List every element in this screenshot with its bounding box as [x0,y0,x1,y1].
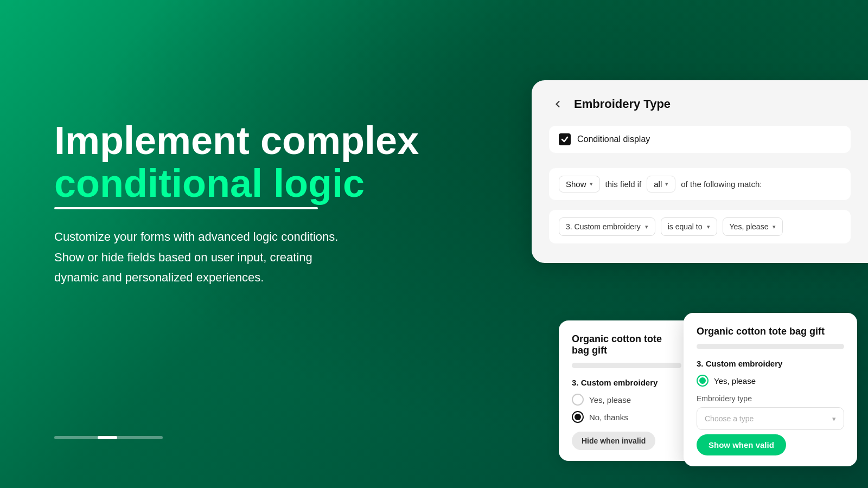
radio-label-1: Yes, please [589,395,631,404]
subtext: Customize your forms with advanced logic… [54,227,419,287]
embroidery-type-label: Embroidery type [697,394,844,403]
card-right-product-title: Organic cotton tote bag gift [697,326,844,337]
conditional-checkbox[interactable] [559,133,571,145]
show-select[interactable]: Show ▾ [559,176,600,192]
subtext-line3: dynamic and personalized experiences. [54,267,419,287]
show-label: Show [566,179,586,189]
card-left-input-bar [572,363,681,368]
headline-line2: conditional logic [54,162,365,205]
radio-outer-green-1 [697,375,709,387]
card-right-option1: Yes, please [697,375,844,387]
headline-line1: Implement complex [54,119,419,162]
show-chevron: ▾ [590,181,593,188]
all-label: all [654,179,662,189]
hide-when-invalid-button[interactable]: Hide when invalid [572,432,655,450]
operator-chevron: ▾ [707,223,710,230]
this-field-if-text: this field if [605,179,642,189]
conditional-display-row: Conditional display [549,126,851,153]
back-button[interactable] [549,95,566,113]
subtext-line2: Show or hide fields based on user input,… [54,247,419,267]
card-left-field-label: 3. Custom embroidery [572,378,681,387]
operator-select[interactable]: is equal to ▾ [661,217,717,236]
radio-label-yes: Yes, please [714,376,756,386]
panel-title: Embroidery Type [574,97,671,111]
card-right-input-bar [697,344,844,349]
card-right-field-label: 3. Custom embroidery [697,359,844,368]
slider-thumb [98,436,117,439]
card-left-option2: No, thanks [572,411,681,423]
card-left-option1: Yes, please [572,394,681,406]
settings-panel: Embroidery Type Conditional display Show… [532,80,868,263]
logic-row: Show ▾ this field if all ▾ of the follow… [549,168,851,200]
radio-outer-1 [572,394,584,406]
field-chevron: ▾ [645,223,648,230]
operator-label: is equal to [668,222,703,231]
subtext-line1: Customize your forms with advanced logic… [54,227,419,247]
value-select[interactable]: Yes, please ▾ [723,217,783,236]
card-shown-state: Organic cotton tote bag gift 3. Custom e… [684,313,857,466]
panel-header: Embroidery Type [549,95,851,113]
card-hidden-state: Organic cotton tote bag gift 3. Custom e… [559,320,694,461]
radio-label-2: No, thanks [589,413,628,422]
card-left-product-title: Organic cotton tote bag gift [572,333,681,356]
show-when-valid-button[interactable]: Show when valid [697,434,786,455]
slider[interactable] [54,436,163,439]
condition-row: 3. Custom embroidery ▾ is equal to ▾ Yes… [549,210,851,243]
conditional-label: Conditional display [577,134,650,144]
field-select-label: 3. Custom embroidery [566,222,641,231]
type-chevron: ▾ [832,415,836,423]
field-select[interactable]: 3. Custom embroidery ▾ [559,217,655,236]
left-content: Implement complex conditional logic Cust… [54,119,419,288]
value-chevron: ▾ [773,223,776,230]
following-match-text: of the following match: [681,179,762,189]
slider-track [54,436,163,439]
type-placeholder: Choose a type [705,414,754,423]
radio-outer-2 [572,411,584,423]
all-select[interactable]: all ▾ [647,176,675,192]
value-label: Yes, please [730,222,769,231]
type-select-box[interactable]: Choose a type ▾ [697,407,844,430]
all-chevron: ▾ [665,181,668,188]
